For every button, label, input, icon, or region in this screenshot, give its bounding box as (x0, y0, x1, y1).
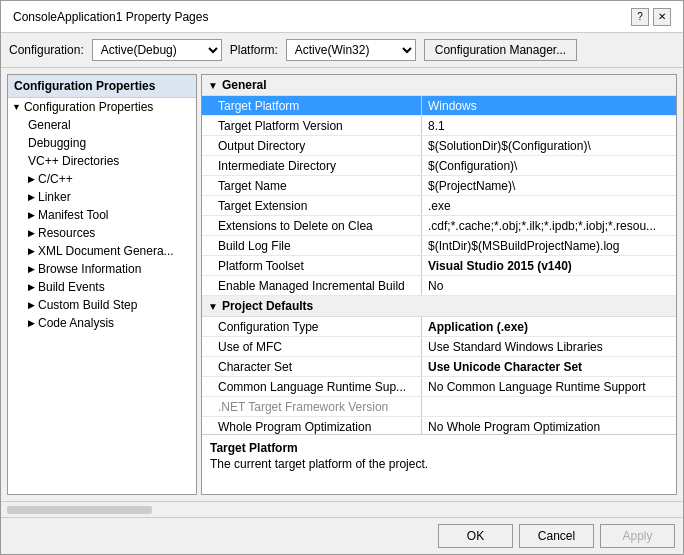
expand-icon: ▶ (28, 282, 35, 292)
tree-item-label: Manifest Tool (38, 208, 108, 222)
prop-row-char-set[interactable]: Character Set Use Unicode Character Set (202, 357, 676, 377)
expand-icon: ▶ (28, 300, 35, 310)
prop-value: Use Standard Windows Libraries (422, 337, 676, 356)
prop-value: .exe (422, 196, 676, 215)
expand-icon: ▶ (28, 174, 35, 184)
expand-icon: ▼ (12, 102, 21, 112)
sidebar-item-browse-info[interactable]: ▶ Browse Information (8, 260, 196, 278)
prop-row-target-ext[interactable]: Target Extension .exe (202, 196, 676, 216)
prop-name: Configuration Type (202, 317, 422, 336)
description-panel: Target Platform The current target platf… (202, 434, 676, 494)
prop-row-build-log[interactable]: Build Log File $(IntDir)$(MSBuildProject… (202, 236, 676, 256)
sidebar-item-manifest-tool[interactable]: ▶ Manifest Tool (8, 206, 196, 224)
section-expand-icon: ▼ (208, 301, 218, 312)
prop-row-target-platform[interactable]: Target Platform Windows (202, 96, 676, 116)
section-general-header[interactable]: ▼ General (202, 75, 676, 96)
prop-name: Platform Toolset (202, 256, 422, 275)
platform-select[interactable]: Active(Win32) (286, 39, 416, 61)
sidebar-item-code-analysis[interactable]: ▶ Code Analysis (8, 314, 196, 332)
prop-row-target-name[interactable]: Target Name $(ProjectName)\ (202, 176, 676, 196)
prop-row-platform-toolset[interactable]: Platform Toolset Visual Studio 2015 (v14… (202, 256, 676, 276)
apply-button[interactable]: Apply (600, 524, 675, 548)
section-project-defaults-header[interactable]: ▼ Project Defaults (202, 296, 676, 317)
prop-value: Application (.exe) (422, 317, 676, 336)
prop-value: No Whole Program Optimization (422, 417, 676, 434)
expand-icon: ▶ (28, 264, 35, 274)
config-select[interactable]: Active(Debug) (92, 39, 222, 61)
dialog-title: ConsoleApplication1 Property Pages (13, 10, 208, 24)
tree-item-label: Custom Build Step (38, 298, 137, 312)
ok-button[interactable]: OK (438, 524, 513, 548)
tree-item-label: General (28, 118, 71, 132)
prop-value: .cdf;*.cache;*.obj;*.ilk;*.ipdb;*.iobj;*… (422, 216, 676, 235)
prop-row-intermediate-dir[interactable]: Intermediate Directory $(Configuration)\ (202, 156, 676, 176)
prop-row-net-framework[interactable]: .NET Target Framework Version (202, 397, 676, 417)
prop-name: Whole Program Optimization (202, 417, 422, 434)
prop-value: No Common Language Runtime Support (422, 377, 676, 396)
sidebar-item-linker[interactable]: ▶ Linker (8, 188, 196, 206)
prop-name: Use of MFC (202, 337, 422, 356)
footer: OK Cancel Apply (1, 517, 683, 554)
expand-icon: ▶ (28, 318, 35, 328)
sidebar-item-xml-doc[interactable]: ▶ XML Document Genera... (8, 242, 196, 260)
left-panel-header: Configuration Properties (8, 75, 196, 98)
expand-icon: ▶ (28, 210, 35, 220)
prop-row-use-mfc[interactable]: Use of MFC Use Standard Windows Librarie… (202, 337, 676, 357)
tree-item-label: Resources (38, 226, 95, 240)
prop-name: Character Set (202, 357, 422, 376)
sidebar-item-build-events[interactable]: ▶ Build Events (8, 278, 196, 296)
close-button[interactable]: ✕ (653, 8, 671, 26)
sidebar-item-vc-dirs[interactable]: VC++ Directories (8, 152, 196, 170)
horizontal-scrollbar[interactable] (7, 506, 152, 514)
tree-item-label: Browse Information (38, 262, 141, 276)
sidebar-item-custom-build[interactable]: ▶ Custom Build Step (8, 296, 196, 314)
config-manager-button[interactable]: Configuration Manager... (424, 39, 577, 61)
expand-icon: ▶ (28, 246, 35, 256)
prop-name: Target Extension (202, 196, 422, 215)
sidebar-item-general[interactable]: General (8, 116, 196, 134)
tree-root-config[interactable]: ▼ Configuration Properties (8, 98, 196, 116)
prop-value: Visual Studio 2015 (v140) (422, 256, 676, 275)
prop-row-wpo[interactable]: Whole Program Optimization No Whole Prog… (202, 417, 676, 434)
prop-value: Windows (422, 96, 676, 115)
prop-name: Output Directory (202, 136, 422, 155)
tree-item-label: VC++ Directories (28, 154, 119, 168)
sidebar-item-resources[interactable]: ▶ Resources (8, 224, 196, 242)
prop-row-managed-incremental[interactable]: Enable Managed Incremental Build No (202, 276, 676, 296)
prop-row-output-dir[interactable]: Output Directory $(SolutionDir)$(Configu… (202, 136, 676, 156)
tree-item-label: Linker (38, 190, 71, 204)
main-content: Configuration Properties ▼ Configuration… (1, 68, 683, 501)
title-bar: ConsoleApplication1 Property Pages ? ✕ (1, 1, 683, 33)
tree-item-label: XML Document Genera... (38, 244, 174, 258)
prop-row-config-type[interactable]: Configuration Type Application (.exe) (202, 317, 676, 337)
prop-row-target-platform-version[interactable]: Target Platform Version 8.1 (202, 116, 676, 136)
prop-value: $(SolutionDir)$(Configuration)\ (422, 136, 676, 155)
sidebar-item-cpp[interactable]: ▶ C/C++ (8, 170, 196, 188)
props-table: ▼ General Target Platform Windows Target… (202, 75, 676, 434)
sidebar-item-debugging[interactable]: Debugging (8, 134, 196, 152)
prop-row-extensions-delete[interactable]: Extensions to Delete on Clea .cdf;*.cach… (202, 216, 676, 236)
prop-name: Common Language Runtime Sup... (202, 377, 422, 396)
cancel-button[interactable]: Cancel (519, 524, 594, 548)
tree-item-label: C/C++ (38, 172, 73, 186)
prop-name: Target Platform Version (202, 116, 422, 135)
prop-name: Build Log File (202, 236, 422, 255)
expand-icon: ▶ (28, 192, 35, 202)
tree-item-label: Code Analysis (38, 316, 114, 330)
toolbar: Configuration: Active(Debug) Platform: A… (1, 33, 683, 68)
dialog: ConsoleApplication1 Property Pages ? ✕ C… (0, 0, 684, 555)
description-title: Target Platform (210, 441, 668, 455)
prop-name: Intermediate Directory (202, 156, 422, 175)
tree-root-label: Configuration Properties (24, 100, 153, 114)
title-bar-controls: ? ✕ (631, 8, 671, 26)
tree-item-label: Build Events (38, 280, 105, 294)
section-expand-icon: ▼ (208, 80, 218, 91)
help-button[interactable]: ? (631, 8, 649, 26)
prop-value (422, 397, 676, 416)
prop-value: $(Configuration)\ (422, 156, 676, 175)
prop-row-clr-support[interactable]: Common Language Runtime Sup... No Common… (202, 377, 676, 397)
description-text: The current target platform of the proje… (210, 457, 668, 471)
prop-value: $(ProjectName)\ (422, 176, 676, 195)
bottom-scrollbar-row (1, 501, 683, 517)
prop-value: 8.1 (422, 116, 676, 135)
